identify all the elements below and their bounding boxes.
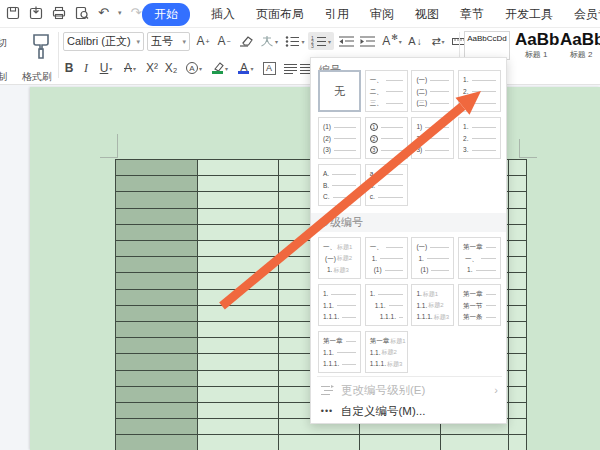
- enclose-char-icon[interactable]: A▾: [182, 59, 206, 77]
- numbering-option-multilevel-0[interactable]: 一、标题1(一)标题21.标题3: [318, 237, 361, 279]
- table-cell[interactable]: [116, 387, 198, 403]
- table-cell[interactable]: [116, 209, 198, 225]
- table-cell[interactable]: [116, 419, 198, 435]
- italic-button[interactable]: I: [80, 59, 92, 77]
- table-cell[interactable]: [198, 306, 279, 322]
- strikethrough-button[interactable]: A▾: [119, 59, 141, 77]
- table-cell[interactable]: [116, 322, 198, 338]
- tab-3[interactable]: 引用: [325, 6, 349, 23]
- numbering-option-multilevel-3[interactable]: 第一章一、1.: [458, 237, 501, 279]
- numbering-option-basic-0[interactable]: 一、二、三、: [365, 70, 408, 112]
- table-cell[interactable]: [116, 354, 198, 370]
- table-cell[interactable]: [198, 387, 279, 403]
- table-cell[interactable]: [116, 225, 198, 241]
- text-effect-icon[interactable]: A✻▾: [380, 32, 404, 50]
- tab-4[interactable]: 审阅: [370, 6, 394, 23]
- table-cell[interactable]: [116, 371, 198, 387]
- numbering-option-multilevel-6[interactable]: 1.标题11.1.标题21.1.1.标题3: [411, 284, 454, 326]
- table-cell[interactable]: [116, 306, 198, 322]
- numbering-option-none[interactable]: 无: [318, 70, 361, 112]
- numbering-option-multilevel-2[interactable]: (一)1.(1): [411, 237, 454, 279]
- table-cell[interactable]: [509, 209, 527, 225]
- table-cell[interactable]: [198, 209, 279, 225]
- table-cell[interactable]: [116, 192, 198, 208]
- table-cell[interactable]: [198, 241, 279, 257]
- copy-button[interactable]: 复制: [0, 70, 7, 84]
- tab-1[interactable]: 插入: [211, 6, 235, 23]
- subscript-button[interactable]: X₂: [162, 59, 180, 77]
- format-painter-icon[interactable]: [28, 32, 54, 62]
- numbering-option-basic-7[interactable]: A.B.C.: [318, 164, 361, 206]
- table-cell[interactable]: [116, 241, 198, 257]
- numbering-option-multilevel-7[interactable]: 第一章第一节第一条: [458, 284, 501, 326]
- char-spacing-icon[interactable]: ⇄▾: [426, 32, 450, 50]
- sort-icon[interactable]: A↓: [406, 32, 424, 50]
- numbering-option-multilevel-1[interactable]: 一、1.(1): [365, 237, 408, 279]
- highlight-icon[interactable]: ▾: [208, 59, 232, 77]
- table-cell[interactable]: [509, 322, 527, 338]
- table-cell[interactable]: [116, 273, 198, 289]
- table-cell[interactable]: [116, 160, 198, 176]
- table-cell[interactable]: [198, 338, 279, 354]
- table-cell[interactable]: [509, 273, 527, 289]
- underline-button[interactable]: U▾: [95, 59, 117, 77]
- table-cell[interactable]: [116, 290, 198, 306]
- increase-indent-icon[interactable]: [358, 32, 376, 50]
- bold-button[interactable]: B: [62, 59, 76, 77]
- table-cell[interactable]: [509, 371, 527, 387]
- tab-5[interactable]: 视图: [415, 6, 439, 23]
- numbering-option-basic-6[interactable]: 1.2.3.: [458, 117, 501, 159]
- style-item-heading1[interactable]: AaBb 标题 1: [515, 31, 557, 60]
- table-cell[interactable]: [116, 403, 198, 419]
- numbering-option-basic-8[interactable]: a.b.c.: [365, 164, 408, 206]
- undo-icon[interactable]: ↶: [98, 5, 109, 21]
- table-cell[interactable]: [509, 306, 527, 322]
- cut-button[interactable]: 剪切: [0, 36, 7, 50]
- table-cell[interactable]: [116, 257, 198, 273]
- table-cell[interactable]: [509, 160, 527, 176]
- numbering-icon[interactable]: 123▾: [308, 32, 334, 50]
- table-cell[interactable]: [198, 403, 279, 419]
- custom-numbering-item[interactable]: •••自定义编号(M)...: [311, 401, 506, 421]
- table-cell[interactable]: [198, 225, 279, 241]
- table-cell[interactable]: [116, 338, 198, 354]
- numbering-option-multilevel-4[interactable]: 1.1.1.1.1.1.: [318, 284, 361, 326]
- table-cell[interactable]: [279, 435, 360, 450]
- table-cell[interactable]: [509, 290, 527, 306]
- table-cell[interactable]: [509, 257, 527, 273]
- font-name-select[interactable]: Calibri (正文)▾: [63, 32, 144, 51]
- decrease-indent-icon[interactable]: [337, 32, 355, 50]
- save-icon[interactable]: [6, 6, 20, 20]
- print-preview-icon[interactable]: [75, 6, 89, 20]
- numbering-option-multilevel-8[interactable]: 第一章1.1.1.1.1.: [318, 331, 361, 373]
- table-cell[interactable]: [198, 290, 279, 306]
- table-cell[interactable]: [509, 387, 527, 403]
- format-painter-button[interactable]: 格式刷: [22, 70, 52, 84]
- tab-2[interactable]: 页面布局: [256, 6, 304, 23]
- numbering-option-basic-5[interactable]: 1)2)3): [411, 117, 454, 159]
- export-icon[interactable]: [29, 6, 43, 20]
- shrink-font-button[interactable]: A−: [215, 32, 233, 50]
- pinyin-guide-icon[interactable]: ▾: [257, 32, 281, 50]
- table-cell[interactable]: [509, 176, 527, 192]
- numbering-option-basic-2[interactable]: 1.2.3.: [458, 70, 501, 112]
- table-cell[interactable]: [509, 338, 527, 354]
- table-cell[interactable]: [116, 435, 198, 450]
- table-cell[interactable]: [198, 176, 279, 192]
- table-cell[interactable]: [360, 435, 441, 450]
- bullets-icon[interactable]: ▾: [283, 32, 307, 50]
- table-cell[interactable]: [441, 435, 509, 450]
- table-cell[interactable]: [509, 192, 527, 208]
- table-cell[interactable]: [509, 419, 527, 435]
- tab-6[interactable]: 章节: [460, 6, 484, 23]
- table-cell[interactable]: [198, 257, 279, 273]
- font-size-select[interactable]: 五号▾: [147, 32, 190, 51]
- numbering-option-multilevel-9[interactable]: 第一章标题11.1.标题21.1.1.标题3: [365, 331, 408, 373]
- numbering-option-basic-1[interactable]: (一)(二)(三): [411, 70, 454, 112]
- style-item-heading2[interactable]: AaBb 标题 2: [560, 31, 600, 60]
- tab-7[interactable]: 开发工具: [505, 6, 553, 23]
- table-cell[interactable]: [116, 176, 198, 192]
- table-cell[interactable]: [198, 435, 279, 450]
- numbering-option-multilevel-5[interactable]: 1.1.1.1.1.1.: [365, 284, 408, 326]
- tab-0[interactable]: 开始: [142, 3, 190, 26]
